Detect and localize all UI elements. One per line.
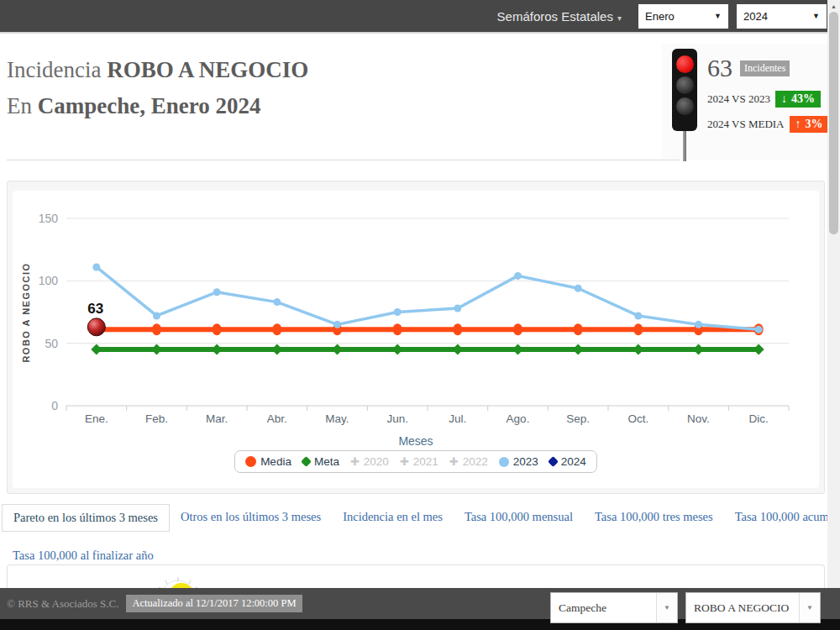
page-title-line1: Incidencia ROBO A NEGOCIO (7, 52, 308, 88)
legend-label: 2022 (463, 455, 488, 468)
highlight-point-2024[interactable] (87, 318, 105, 336)
state-select-value: Campeche (551, 593, 656, 622)
series-meta (91, 344, 764, 355)
page-title-line2: En Campeche, Enero 2024 (7, 88, 308, 124)
up-arrow-icon: ↑ (795, 118, 801, 131)
state-select[interactable]: Campeche ▼ (550, 592, 678, 623)
title-crime: ROBO A NEGOCIO (107, 57, 308, 82)
series-2023 (92, 263, 762, 333)
stat-row-vsmedia: 2024 VS MEDIA ↑ 3% (707, 116, 829, 133)
cross-marker-icon: ✚ (400, 457, 409, 466)
chevron-down-icon: ▼ (714, 12, 722, 20)
crime-select[interactable]: ROBO A NEGOCIO ▼ (685, 592, 821, 623)
tab-tasa-100-000-acumulado-del-ano[interactable]: Tasa 100,000 acumulado del año (724, 504, 840, 532)
report-tabs: Pareto en los últimos 3 mesesOtros en lo… (2, 504, 838, 569)
vsmedia-badge: ↑ 3% (790, 116, 829, 133)
app-menu[interactable]: Semáforos Estatales▾ (497, 9, 622, 24)
diamond-marker-icon (301, 456, 312, 467)
traffic-light-icon (662, 44, 707, 160)
title-prefix2: En (7, 93, 38, 118)
svg-text:Ago.: Ago. (507, 412, 530, 425)
series-media (92, 323, 763, 335)
month-select-value: Enero (645, 10, 675, 23)
down-arrow-icon: ↓ (781, 92, 787, 106)
svg-text:Abr.: Abr. (267, 412, 287, 425)
traffic-light-yellow-off (676, 76, 694, 94)
legend-label: Media (260, 455, 291, 468)
legend-item-2023[interactable]: 2023 (499, 455, 538, 468)
legend-label: Meta (314, 455, 339, 468)
svg-text:0: 0 (51, 399, 58, 412)
month-select[interactable]: Enero ▼ (638, 4, 728, 29)
traffic-light-red-on (676, 55, 694, 73)
svg-text:Oct.: Oct. (627, 412, 648, 425)
chart-legend-area: Meses MediaMeta✚2020✚2021✚202220232024 (8, 434, 824, 473)
chevron-down-icon: ▼ (656, 593, 677, 622)
tabs-row-1: Pareto en los últimos 3 mesesOtros en lo… (2, 504, 838, 532)
circle-marker-icon (499, 457, 509, 467)
svg-text:Feb.: Feb. (145, 412, 168, 425)
legend-item-meta[interactable]: Meta (302, 455, 339, 468)
svg-text:Dic.: Dic. (749, 412, 769, 425)
page-title: Incidencia ROBO A NEGOCIO En Campeche, E… (7, 52, 308, 124)
dashboard-page: Semáforos Estatales▾ Enero ▼ 2024 ▼ Inci… (0, 0, 840, 630)
legend-label: 2023 (513, 455, 538, 468)
legend-item-2022[interactable]: ✚2022 (449, 455, 488, 468)
vsmedia-value: 3% (806, 118, 823, 131)
tab-tasa-100-000-mensual[interactable]: Tasa 100,000 mensual (454, 504, 584, 532)
vs2023-label: 2024 VS 2023 (707, 92, 770, 106)
legend-item-2021[interactable]: ✚2021 (400, 455, 438, 468)
updated-badge: Actualizado al 12/1/2017 12:00:00 PM (126, 595, 302, 612)
scrollbar-up-arrow[interactable]: ▲ (827, 1, 840, 11)
legend-item-media[interactable]: Media (245, 455, 291, 468)
tab-pareto-en-los-ultimos-3-meses[interactable]: Pareto en los últimos 3 meses (2, 504, 170, 532)
legend-label: 2020 (364, 455, 389, 468)
chevron-down-icon: ▼ (812, 12, 820, 20)
title-place-date: Campeche, Enero 2024 (38, 93, 261, 118)
svg-text:Sep.: Sep. (566, 412, 590, 425)
chart-legend: MediaMeta✚2020✚2021✚202220232024 (234, 450, 597, 473)
caret-down-icon: ▾ (617, 13, 622, 23)
incidents-badge: Incidentes (740, 60, 790, 76)
tab-incidencia-en-el-mes[interactable]: Incidencia en el mes (332, 504, 454, 532)
copyright-text: © RRS & Asociados S.C. (7, 597, 118, 611)
vertical-scrollbar[interactable]: ▲ (827, 0, 840, 630)
svg-text:Jul.: Jul. (449, 412, 466, 425)
cross-marker-icon: ✚ (350, 457, 360, 466)
traffic-light-green-off (676, 97, 694, 115)
chevron-down-icon: ▼ (799, 593, 820, 622)
stats-column: 63 Incidentes 2024 VS 2023 ↓ 43% 2024 VS… (707, 44, 829, 160)
point-label-2024: 63 (87, 301, 103, 317)
svg-text:Ene.: Ene. (85, 412, 108, 425)
incidents-row: 63 Incidentes (707, 54, 829, 82)
tab-otros-en-los-ultimos-3-meses[interactable]: Otros en los últimos 3 meses (170, 504, 332, 532)
pie-chart-top-icon (140, 573, 216, 588)
scrollbar-thumb[interactable] (829, 12, 838, 234)
x-axis-title: Meses (8, 434, 824, 448)
tab-tasa-100-000-tres-meses[interactable]: Tasa 100,000 tres meses (584, 504, 724, 532)
chart-panel: 050100150Ene.Feb.Mar.Abr.May.Jun.Jul.Ago… (7, 181, 825, 494)
svg-text:May.: May. (325, 412, 349, 425)
title-prefix: Incidencia (7, 57, 107, 82)
svg-text:100: 100 (39, 274, 59, 287)
svg-text:Mar.: Mar. (206, 412, 228, 425)
crime-select-value: ROBO A NEGOCIO (686, 593, 799, 622)
top-bar: Semáforos Estatales▾ Enero ▼ 2024 ▼ (0, 0, 840, 34)
incidents-value: 63 (707, 54, 732, 82)
header-divider (7, 160, 680, 160)
traffic-light-body (672, 49, 697, 131)
pareto-panel-cutoff (7, 564, 825, 588)
legend-item-2020[interactable]: ✚2020 (350, 455, 389, 468)
svg-text:50: 50 (45, 337, 58, 350)
ellipse-marker-icon (245, 456, 256, 467)
traffic-light-pole (683, 131, 686, 161)
diamond-marker-icon (548, 456, 559, 467)
series-2024: 63 (87, 301, 105, 336)
svg-text:Nov.: Nov. (687, 412, 710, 425)
legend-label: 2021 (413, 455, 438, 468)
vs2023-badge: ↓ 43% (775, 91, 821, 108)
stats-panel: 63 Incidentes 2024 VS 2023 ↓ 43% 2024 VS… (662, 44, 827, 160)
svg-text:ROBO A NEGOCIO: ROBO A NEGOCIO (21, 262, 31, 362)
year-select[interactable]: 2024 ▼ (737, 4, 827, 29)
legend-item-2024[interactable]: 2024 (549, 455, 586, 468)
